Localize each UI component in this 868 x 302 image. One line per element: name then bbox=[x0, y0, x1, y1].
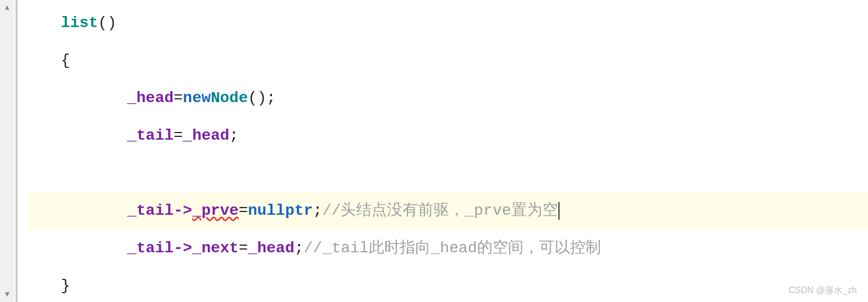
token: ; bbox=[294, 230, 304, 267]
token: () bbox=[98, 4, 117, 42]
code-line: _tail->_next = _head; //_tail此时指向_head的空… bbox=[28, 230, 868, 267]
token: //头结点没有前驱，_prve置为空 bbox=[322, 192, 558, 230]
token: Node bbox=[211, 80, 248, 117]
token: _tail->_prve bbox=[127, 192, 239, 230]
code-line: _head = new Node(); bbox=[28, 80, 868, 117]
code-line: _tail = _head; bbox=[28, 117, 868, 155]
token: nullptr bbox=[248, 192, 313, 230]
token: list bbox=[61, 4, 98, 42]
token: _head bbox=[127, 80, 174, 117]
code-line: _tail->_prve = nullptr; //头结点没有前驱，_prve置… bbox=[28, 192, 868, 230]
watermark: CSDN @落水_zh bbox=[788, 285, 857, 296]
token: { bbox=[61, 42, 70, 80]
code-block: list(){_head = new Node();_tail = _head;… bbox=[0, 0, 868, 302]
token: _tail->_next bbox=[127, 230, 239, 267]
code-line bbox=[28, 155, 868, 192]
token: (); bbox=[248, 80, 275, 117]
scroll-arrow-up[interactable]: ▲ bbox=[2, 2, 13, 13]
token: ; bbox=[313, 192, 322, 230]
code-line: } bbox=[28, 267, 868, 302]
token: _tail bbox=[127, 117, 174, 155]
token: = bbox=[174, 80, 183, 117]
token: new bbox=[183, 80, 211, 117]
text-cursor bbox=[558, 202, 560, 220]
scroll-arrow-down[interactable]: ▼ bbox=[2, 289, 13, 300]
token: = bbox=[239, 230, 248, 267]
code-line: { bbox=[28, 42, 868, 80]
token: = bbox=[239, 192, 248, 230]
scrollbar-left[interactable]: ▲ ▼ bbox=[0, 0, 14, 302]
token: _tail-> bbox=[127, 202, 192, 219]
token: } bbox=[61, 267, 70, 302]
token-squiggly: _prve bbox=[192, 202, 239, 219]
code-line: list() bbox=[28, 4, 868, 42]
token: //_tail此时指向_head的空间，可以控制 bbox=[304, 230, 601, 267]
code-container: ▲ ▼ list(){_head = new Node();_tail = _h… bbox=[0, 0, 868, 302]
token: = bbox=[174, 117, 183, 155]
token: _head bbox=[248, 230, 294, 267]
left-border bbox=[15, 0, 18, 302]
token: _head bbox=[183, 117, 229, 155]
token: ; bbox=[229, 117, 239, 155]
